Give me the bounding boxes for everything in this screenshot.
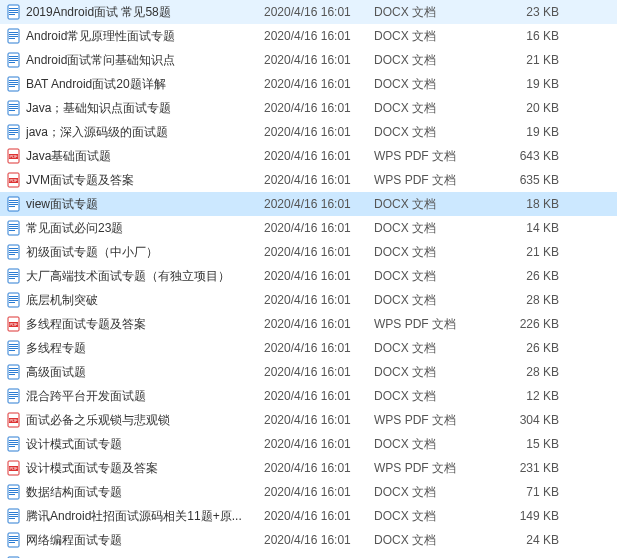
- svg-rect-98: [9, 516, 18, 517]
- file-row[interactable]: 设计模式面试专题2020/4/16 16:01DOCX 文档15 KB: [0, 432, 617, 456]
- file-row[interactable]: Android常见原理性面试专题2020/4/16 16:01DOCX 文档16…: [0, 24, 617, 48]
- file-row[interactable]: 腾讯Android社招面试源码相关11题+原...2020/4/16 16:01…: [0, 504, 617, 528]
- svg-rect-6: [9, 32, 18, 33]
- file-row[interactable]: 2019Android面试 常见58题2020/4/16 16:01DOCX 文…: [0, 0, 617, 24]
- file-type-cell: DOCX 文档: [374, 220, 489, 237]
- svg-rect-37: [9, 200, 18, 201]
- file-name-text: 设计模式面试专题及答案: [26, 460, 158, 477]
- docx-file-icon: [6, 196, 22, 212]
- svg-rect-17: [9, 82, 18, 83]
- file-type-cell: DOCX 文档: [374, 268, 489, 285]
- file-name-cell: 初级面试专题（中小厂）: [6, 244, 264, 261]
- file-date-cell: 2020/4/16 16:01: [264, 437, 374, 451]
- file-name-cell: PDFJava基础面试题: [6, 148, 264, 165]
- file-row[interactable]: 数据结构面试专题2020/4/16 16:01DOCX 文档71 KB: [0, 480, 617, 504]
- svg-rect-72: [9, 372, 18, 373]
- docx-file-icon: [6, 268, 22, 284]
- svg-rect-84: [9, 442, 18, 443]
- svg-rect-2: [9, 10, 18, 11]
- file-size-cell: 21 KB: [489, 53, 569, 67]
- file-row[interactable]: PDF面试必备之乐观锁与悲观锁2020/4/16 16:01WPS PDF 文档…: [0, 408, 617, 432]
- file-date-cell: 2020/4/16 16:01: [264, 29, 374, 43]
- file-name-text: 大厂高端技术面试专题（有独立项目）: [26, 268, 230, 285]
- file-row[interactable]: view面试专题2020/4/16 16:01DOCX 文档18 KB: [0, 192, 617, 216]
- file-row[interactable]: java；深入源码级的面试题2020/4/16 16:01DOCX 文档19 K…: [0, 120, 617, 144]
- svg-rect-16: [9, 80, 18, 81]
- file-row[interactable]: 混合跨平台开发面试题2020/4/16 16:01DOCX 文档12 KB: [0, 384, 617, 408]
- svg-text:PDF: PDF: [10, 418, 19, 423]
- file-row[interactable]: Android面试常问基础知识点2020/4/16 16:01DOCX 文档21…: [0, 48, 617, 72]
- file-date-cell: 2020/4/16 16:01: [264, 221, 374, 235]
- file-row[interactable]: 网络编程面试专题2020/4/16 16:01DOCX 文档24 KB: [0, 528, 617, 552]
- file-row[interactable]: 底层机制突破2020/4/16 16:01DOCX 文档28 KB: [0, 288, 617, 312]
- file-size-cell: 643 KB: [489, 149, 569, 163]
- svg-rect-3: [9, 12, 18, 13]
- docx-file-icon: [6, 4, 22, 20]
- svg-rect-45: [9, 230, 15, 231]
- svg-rect-73: [9, 374, 15, 375]
- file-row[interactable]: PDF设计模式面试专题及答案2020/4/16 16:01WPS PDF 文档2…: [0, 456, 617, 480]
- file-size-cell: 15 KB: [489, 437, 569, 451]
- file-date-cell: 2020/4/16 16:01: [264, 125, 374, 139]
- file-row[interactable]: 多线程专题2020/4/16 16:01DOCX 文档26 KB: [0, 336, 617, 360]
- file-type-cell: DOCX 文档: [374, 76, 489, 93]
- svg-rect-50: [9, 254, 15, 255]
- svg-rect-43: [9, 226, 18, 227]
- svg-rect-70: [9, 368, 18, 369]
- file-date-cell: 2020/4/16 16:01: [264, 53, 374, 67]
- file-name-text: 多线程专题: [26, 340, 86, 357]
- file-row[interactable]: Java；基础知识点面试专题2020/4/16 16:01DOCX 文档20 K…: [0, 96, 617, 120]
- file-date-cell: 2020/4/16 16:01: [264, 173, 374, 187]
- svg-rect-54: [9, 276, 18, 277]
- svg-rect-66: [9, 346, 18, 347]
- svg-rect-13: [9, 60, 18, 61]
- file-type-cell: DOCX 文档: [374, 28, 489, 45]
- file-name-text: Java；基础知识点面试专题: [26, 100, 171, 117]
- file-row[interactable]: 常见面试必问23题2020/4/16 16:01DOCX 文档14 KB: [0, 216, 617, 240]
- svg-rect-28: [9, 132, 18, 133]
- file-row[interactable]: 线程、多线程和线程池面试专题2020/4/16 16:01DOCX 文档20 K…: [0, 552, 617, 558]
- svg-text:PDF: PDF: [10, 154, 19, 159]
- file-name-text: 高级面试题: [26, 364, 86, 381]
- file-size-cell: 26 KB: [489, 341, 569, 355]
- svg-text:PDF: PDF: [10, 178, 19, 183]
- svg-rect-76: [9, 394, 18, 395]
- svg-rect-26: [9, 128, 18, 129]
- file-type-cell: DOCX 文档: [374, 4, 489, 21]
- file-name-cell: 底层机制突破: [6, 292, 264, 309]
- file-date-cell: 2020/4/16 16:01: [264, 365, 374, 379]
- file-row[interactable]: PDFJava基础面试题2020/4/16 16:01WPS PDF 文档643…: [0, 144, 617, 168]
- file-name-text: view面试专题: [26, 196, 98, 213]
- file-name-cell: 设计模式面试专题: [6, 436, 264, 453]
- file-type-cell: DOCX 文档: [374, 388, 489, 405]
- svg-rect-29: [9, 134, 15, 135]
- file-size-cell: 26 KB: [489, 269, 569, 283]
- svg-rect-92: [9, 490, 18, 491]
- svg-rect-91: [9, 488, 18, 489]
- file-row[interactable]: BAT Android面试20题详解2020/4/16 16:01DOCX 文档…: [0, 72, 617, 96]
- file-row[interactable]: 高级面试题2020/4/16 16:01DOCX 文档28 KB: [0, 360, 617, 384]
- svg-rect-22: [9, 106, 18, 107]
- svg-rect-104: [9, 542, 15, 543]
- file-size-cell: 28 KB: [489, 365, 569, 379]
- file-name-cell: PDF设计模式面试专题及答案: [6, 460, 264, 477]
- file-size-cell: 304 KB: [489, 413, 569, 427]
- file-date-cell: 2020/4/16 16:01: [264, 269, 374, 283]
- svg-rect-96: [9, 512, 18, 513]
- svg-rect-101: [9, 536, 18, 537]
- svg-rect-102: [9, 538, 18, 539]
- svg-rect-49: [9, 252, 18, 253]
- file-name-text: 网络编程面试专题: [26, 532, 122, 549]
- file-name-cell: Android面试常问基础知识点: [6, 52, 264, 69]
- file-size-cell: 19 KB: [489, 125, 569, 139]
- svg-rect-53: [9, 274, 18, 275]
- file-row[interactable]: 初级面试专题（中小厂）2020/4/16 16:01DOCX 文档21 KB: [0, 240, 617, 264]
- file-row[interactable]: PDFJVM面试专题及答案2020/4/16 16:01WPS PDF 文档63…: [0, 168, 617, 192]
- svg-rect-44: [9, 228, 18, 229]
- svg-rect-60: [9, 302, 15, 303]
- file-row[interactable]: PDF多线程面试专题及答案2020/4/16 16:01WPS PDF 文档22…: [0, 312, 617, 336]
- file-date-cell: 2020/4/16 16:01: [264, 197, 374, 211]
- svg-rect-52: [9, 272, 18, 273]
- file-row[interactable]: 大厂高端技术面试专题（有独立项目）2020/4/16 16:01DOCX 文档2…: [0, 264, 617, 288]
- file-name-text: 2019Android面试 常见58题: [26, 4, 171, 21]
